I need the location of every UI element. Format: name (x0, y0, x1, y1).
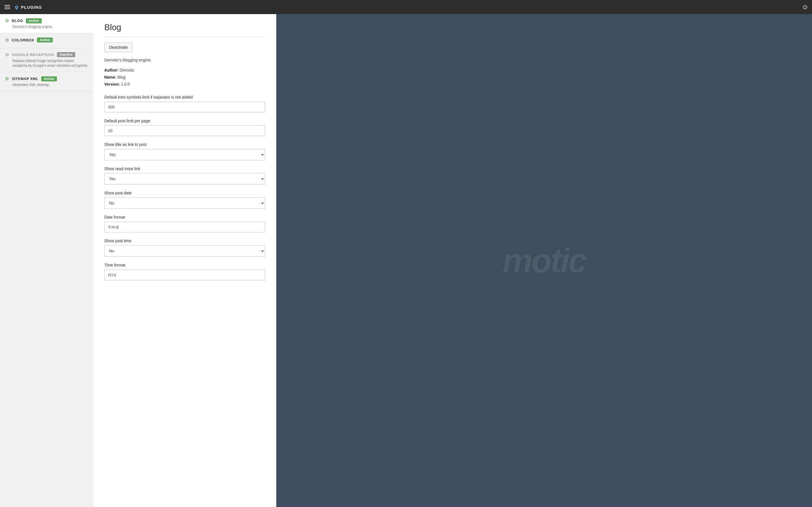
author-label: Author: (104, 68, 119, 72)
label-date-format: Date format (104, 215, 265, 219)
plugin-header-sitemap: ⚙ SITEMAP XML Active (5, 76, 88, 81)
deactivate-button[interactable]: Deactivate (104, 43, 133, 52)
title-divider (104, 37, 265, 37)
version-value: 1.0.0 (121, 82, 130, 87)
name-value: Blog (117, 75, 125, 79)
meta-info: Author: Demotic Name: Blog Version: 1.0.… (104, 67, 265, 88)
label-title-link: Show title as link to post (104, 142, 265, 147)
label-post-time: Show post time (104, 238, 265, 243)
topbar-left: ψ PLUGINS (4, 4, 42, 10)
label-intro-limit: Default intro symbols limit if separator… (104, 95, 265, 100)
badge-blog: Active (26, 18, 42, 23)
label-post-date: Show post date (104, 191, 265, 195)
input-time-format[interactable] (104, 270, 265, 280)
field-post-limit: Default post limit per page (104, 119, 265, 136)
plugin-desc-blog: Demotic's blogging engine. (12, 24, 88, 29)
plugin-description: Demotic's blogging engine. (104, 58, 265, 62)
label-post-limit: Default post limit per page (104, 119, 265, 123)
plugin-desc-recaptcha: Replace default image recognition based … (12, 59, 88, 68)
plugin-name-colorbox: COLORBOX (12, 38, 34, 42)
author-row: Author: Demotic (104, 67, 265, 74)
background-panel: motic (276, 14, 812, 507)
select-title-link[interactable]: Yes No (104, 149, 265, 160)
plugin-name-blog: BLOG (12, 18, 23, 23)
version-row: Version: 1.0.0 (104, 81, 265, 88)
field-post-time: Show post time Yes No (104, 238, 265, 257)
brand-icon: ψ (15, 4, 19, 10)
select-post-date[interactable]: Yes No (104, 198, 265, 209)
field-intro-limit: Default intro symbols limit if separator… (104, 95, 265, 112)
sidebar-item-sitemap[interactable]: ⚙ SITEMAP XML Active Generates XML sitem… (0, 72, 93, 92)
gear-icon-sitemap: ⚙ (5, 76, 9, 81)
field-read-more: Show read more link Yes No (104, 166, 265, 184)
input-date-format[interactable] (104, 222, 265, 232)
gear-icon-blog: ⚙ (5, 18, 9, 23)
field-post-date: Show post date Yes No (104, 191, 265, 209)
main-layout: ⚙ BLOG Active Demotic's blogging engine.… (0, 14, 812, 507)
label-time-format: Time format (104, 263, 265, 267)
content-panel: Blog Deactivate Demotic's blogging engin… (93, 14, 276, 507)
power-icon: ⏻ (802, 4, 808, 10)
select-read-more[interactable]: Yes No (104, 173, 265, 184)
plugin-name-sitemap: SITEMAP XML (12, 76, 38, 81)
field-date-format: Date format (104, 215, 265, 232)
plugin-header-blog: ⚙ BLOG Active (5, 18, 88, 23)
page-title: Blog (104, 22, 265, 32)
plugin-name-recaptcha: GOOGLE RECAPTCHA (12, 53, 54, 57)
label-read-more: Show read more link (104, 166, 265, 171)
watermark: motic (502, 241, 586, 280)
brand-label: PLUGINS (21, 5, 42, 10)
input-post-limit[interactable] (104, 125, 265, 136)
sidebar-item-blog[interactable]: ⚙ BLOG Active Demotic's blogging engine. (0, 14, 93, 34)
gear-icon-colorbox: ⚙ (5, 38, 9, 43)
name-label: Name: (104, 75, 116, 79)
plugin-header-colorbox: ⚙ COLORBOX Active (5, 38, 88, 43)
badge-sitemap: Active (41, 76, 57, 81)
version-label: Version: (104, 82, 120, 87)
power-button[interactable]: ⏻ (802, 4, 808, 10)
field-time-format: Time format (104, 263, 265, 280)
input-intro-limit[interactable] (104, 102, 265, 112)
sidebar-item-recaptcha[interactable]: ⚙ GOOGLE RECAPTCHA Inactive Replace defa… (0, 48, 93, 72)
sidebar: ⚙ BLOG Active Demotic's blogging engine.… (0, 14, 93, 507)
topbar-brand: ψ PLUGINS (15, 4, 42, 10)
sidebar-item-colorbox[interactable]: ⚙ COLORBOX Active (0, 34, 93, 48)
plugin-desc-sitemap: Generates XML sitemap. (12, 82, 88, 87)
field-title-link: Show title as link to post Yes No (104, 142, 265, 160)
author-value: Demotic (119, 68, 134, 72)
topbar: ψ PLUGINS ⏻ (0, 0, 812, 14)
plugin-header-recaptcha: ⚙ GOOGLE RECAPTCHA Inactive (5, 52, 88, 57)
gear-icon-recaptcha: ⚙ (5, 52, 9, 57)
name-row: Name: Blog (104, 74, 265, 81)
hamburger-menu[interactable] (4, 5, 10, 9)
badge-colorbox: Active (37, 38, 53, 43)
badge-recaptcha: Inactive (57, 52, 75, 57)
select-post-time[interactable]: Yes No (104, 245, 265, 257)
